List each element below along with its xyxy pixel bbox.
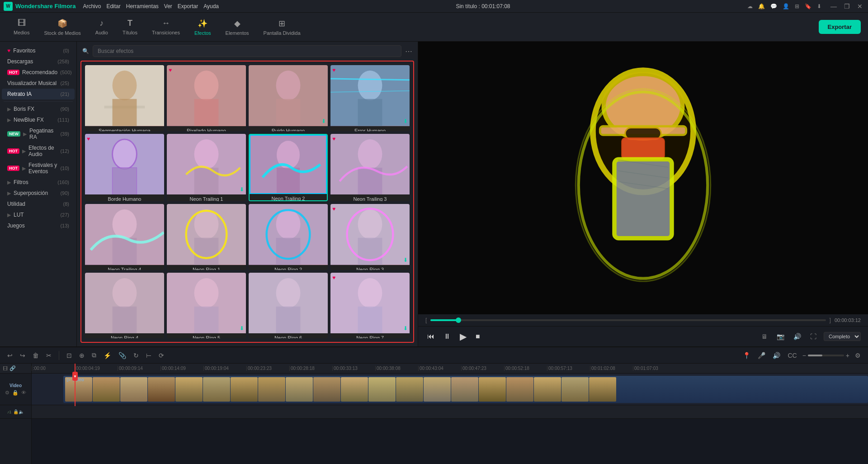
timeline-ruler[interactable]: :00:00 00:00:04:19 00:00:09:14 00:00:14:…: [32, 364, 868, 374]
fullscreen-icon[interactable]: ⛶: [808, 333, 818, 340]
effect-card-ring2[interactable]: Neon Ring 2: [249, 204, 328, 270]
audio-speaker-icon[interactable]: 🔈: [19, 409, 24, 414]
sidebar-item-visualizador[interactable]: Visualizador Musical (25): [2, 78, 75, 89]
ruler-7: 00:00:33:13: [332, 366, 375, 371]
sound-button[interactable]: 🔊: [771, 352, 782, 359]
scissors-button[interactable]: ✂: [44, 352, 53, 359]
redo-button[interactable]: ↪: [18, 352, 27, 359]
bracket-start[interactable]: [: [425, 317, 427, 323]
menu-editar[interactable]: Editar: [106, 3, 120, 9]
volume-icon[interactable]: 🔊: [792, 333, 803, 340]
effect-card-error[interactable]: ♥ ⬇ Error Humano: [330, 65, 410, 131]
mic-button[interactable]: 🎤: [756, 352, 767, 359]
monitor-icon[interactable]: 🖥: [760, 333, 769, 340]
sidebar-item-recomendado[interactable]: HOT Recomendado (500): [2, 67, 75, 78]
frame-3: [120, 377, 147, 402]
sidebar-item-juegos[interactable]: Juegos (13): [2, 220, 75, 231]
toolbar-titulos[interactable]: T Títulos: [116, 17, 144, 37]
sidebar-item-superposicion[interactable]: ▶ Superposición (90): [2, 188, 75, 199]
video-clip[interactable]: ▷ Video: [63, 376, 868, 403]
track-eye-icon[interactable]: 👁: [21, 390, 26, 396]
toolbar-pantalla[interactable]: ⊞ Pantalla Dividida: [257, 17, 307, 38]
effect-card-neon2[interactable]: Neon Trailing 2: [249, 134, 328, 202]
effect-card-pixelado[interactable]: ♥ Pixelado Humano: [167, 65, 246, 131]
delete-button[interactable]: 🗑: [31, 352, 41, 359]
boris-count: (90): [60, 106, 69, 112]
sidebar-item-filtros[interactable]: ▶ Filtros (160): [2, 177, 75, 188]
sidebar-item-pegatinas[interactable]: NEW ▶ Pegatinas RA (39): [2, 125, 75, 142]
menu-ayuda[interactable]: Ayuda: [203, 3, 219, 9]
zoom-slider[interactable]: [808, 355, 844, 356]
effect-card-neon4[interactable]: Neon Trailing 4: [85, 204, 164, 270]
effect-card-borde[interactable]: ♥ Borde Humano: [85, 134, 164, 202]
add-marker-button[interactable]: 📍: [741, 352, 752, 359]
captions-button[interactable]: CC: [786, 352, 798, 359]
grid-layout-icon[interactable]: ⋯: [405, 47, 412, 56]
svg-point-25: [358, 139, 382, 169]
menu-archivo[interactable]: Archivo: [83, 3, 101, 9]
search-input[interactable]: [93, 45, 401, 57]
zoom-out-button[interactable]: −: [802, 352, 806, 359]
wand-button[interactable]: ⚡: [102, 352, 113, 359]
zoom-in-button[interactable]: +: [846, 352, 849, 359]
magnet-button[interactable]: ⊕: [77, 352, 86, 359]
effect-card-ring1[interactable]: Neon Ring 1: [167, 204, 246, 270]
toolbar-transiciones[interactable]: ↔ Transiciones: [146, 17, 186, 37]
toolbar-efectos[interactable]: ✨ Efectos: [188, 17, 217, 38]
restore-button[interactable]: ❐: [842, 3, 852, 10]
progress-bar[interactable]: [430, 319, 826, 321]
bracket-end[interactable]: ]: [830, 317, 831, 323]
timeline-settings-button[interactable]: ⚙: [853, 352, 863, 359]
effect-card-ruido[interactable]: ⬇ Ruido Humano: [249, 65, 328, 131]
ruler-12: 00:00:57:13: [547, 366, 590, 371]
timeline-chain-icon[interactable]: 🔗: [9, 365, 16, 371]
quality-select[interactable]: Completo 1/2 1/4: [824, 332, 861, 341]
sidebar-item-descargas[interactable]: Descargas (258): [2, 56, 75, 67]
layers-button[interactable]: ⧉: [90, 351, 98, 359]
audio-lock-icon[interactable]: 🔒: [13, 409, 19, 414]
effect-card-ring3[interactable]: ♥ ⬇ Neon Ring 3: [330, 204, 410, 270]
sidebar-item-festivales[interactable]: HOT ▶ Festivales y Eventos (10): [2, 160, 75, 177]
effect-card-neon3[interactable]: ♥ Neon Trailing 3: [330, 134, 410, 202]
effect-card-neon1[interactable]: ⬇ Neon Trailing 1: [167, 134, 246, 202]
minimize-button[interactable]: —: [829, 3, 839, 10]
undo-button[interactable]: ↩: [5, 352, 14, 359]
skip-to-start-button[interactable]: ⏮: [425, 331, 436, 342]
split-button[interactable]: ⊢: [144, 352, 153, 359]
clip-button[interactable]: 📎: [117, 352, 128, 359]
effect-card-ring6[interactable]: Neon Ring 6: [249, 273, 328, 339]
effect-label-pixelado: Pixelado Humano: [167, 126, 246, 131]
track-lock-icon[interactable]: 🔒: [12, 390, 19, 396]
menu-exportar[interactable]: Exportar: [178, 3, 198, 9]
play-button[interactable]: ▶: [458, 329, 468, 344]
rotate-button[interactable]: ⟳: [157, 352, 166, 359]
sidebar-item-favoritos[interactable]: ♥ Favoritos (0): [2, 45, 75, 56]
effect-label-ring4: Neon Ring 4: [85, 333, 164, 338]
toolbar-elementos[interactable]: ◆ Elementos: [219, 17, 255, 38]
step-back-button[interactable]: ⏸: [442, 331, 453, 342]
close-button[interactable]: ✕: [855, 3, 864, 10]
timeline-media-icon[interactable]: 🎞: [3, 366, 8, 371]
sidebar-item-boris[interactable]: ▶ Boris FX (90): [2, 104, 75, 114]
toolbar-medios[interactable]: 🎞 Medios: [7, 17, 36, 37]
effect-card-ring7[interactable]: ♥ ⬇ Neon Ring 7: [330, 273, 410, 339]
crop-button[interactable]: ⊡: [65, 352, 74, 359]
toolbar-audio[interactable]: ♪ Audio: [89, 17, 114, 37]
refresh-button[interactable]: ↻: [132, 352, 141, 359]
sidebar-item-retrato[interactable]: Retrato IA (21): [2, 89, 75, 99]
screenshot-icon[interactable]: 📷: [775, 333, 786, 340]
toolbar-stock[interactable]: 📦 Stock de Medios: [38, 17, 87, 38]
effect-card-ring4[interactable]: Neon Ring 4: [85, 273, 164, 339]
menu-herramientas[interactable]: Herramientas: [126, 3, 159, 9]
sidebar-item-newblue[interactable]: ▶ NewBlue FX (111): [2, 114, 75, 125]
stop-button[interactable]: ■: [474, 331, 482, 342]
sidebar-item-audio-fx[interactable]: HOT ▶ Efectos de Audio (12): [2, 142, 75, 160]
track-settings-icon[interactable]: ⚙: [5, 390, 9, 396]
effect-card-ring5[interactable]: ⬇ Neon Ring 5: [167, 273, 246, 339]
menu-ver[interactable]: Ver: [164, 3, 172, 9]
sidebar-item-utilidad[interactable]: Utilidad (8): [2, 199, 75, 209]
frame-15: [451, 377, 478, 402]
effect-card-segmentacion[interactable]: Segmentación Humana: [85, 65, 164, 131]
export-button[interactable]: Exportar: [819, 20, 861, 34]
sidebar-item-lut[interactable]: ▶ LUT (27): [2, 209, 75, 220]
